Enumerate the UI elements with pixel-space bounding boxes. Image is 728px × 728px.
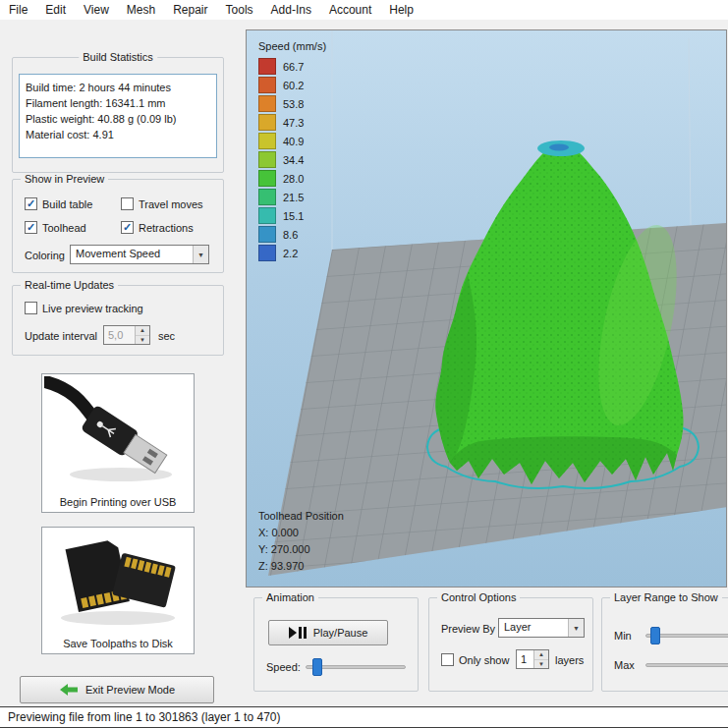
toolhead-position-readout: Toolhead Position X: 0.000 Y: 270.000 Z:…	[258, 508, 344, 575]
legend-row: 8.6	[258, 226, 326, 243]
plate-corner-pillar	[689, 38, 691, 225]
checkbox-build-table-box[interactable]: ✓	[25, 197, 37, 210]
model-top-cap-dot	[549, 144, 569, 151]
green-left-arrow-icon	[59, 683, 79, 697]
toolhead-z: Z: 93.970	[258, 558, 344, 575]
usb-cable-image	[44, 376, 192, 488]
layer-range-group: Layer Range to Show Min Max	[601, 597, 728, 692]
begin-printing-usb-label: Begin Printing over USB	[42, 496, 194, 508]
animation-title: Animation	[262, 591, 318, 603]
speed-slider[interactable]	[306, 665, 406, 669]
update-interval-unit: sec	[158, 330, 175, 342]
menu-item-tools[interactable]: Tools	[217, 0, 262, 20]
speed-slider-thumb[interactable]	[312, 658, 322, 676]
checkbox-retractions-box[interactable]: ✓	[121, 221, 134, 234]
checkbox-build-table[interactable]: ✓ Build table	[25, 197, 92, 210]
chevron-down-icon[interactable]: ▼	[568, 619, 584, 637]
control-options-title: Control Options	[437, 591, 520, 603]
checkbox-only-show-label: Only show	[459, 654, 509, 666]
menu-item-addins[interactable]: Add-Ins	[262, 0, 320, 20]
legend-value: 47.3	[283, 117, 304, 129]
coloring-label: Coloring	[25, 250, 65, 261]
legend-value: 8.6	[283, 229, 298, 241]
animation-group: Animation Play/Pause Speed:	[253, 597, 419, 692]
coloring-dropdown[interactable]: Movement Speed ▼	[70, 245, 209, 264]
only-show-layers-value: 1	[517, 650, 533, 668]
checkbox-toolhead[interactable]: ✓ Toolhead	[25, 221, 86, 234]
preview-by-value: Layer	[499, 619, 568, 637]
viewport-3d[interactable]: Speed (mm/s) 66.7 60.2 53.8 47.3 40.9 34…	[246, 29, 727, 588]
status-bar-text: Previewing file from line 1 to 301863 (l…	[8, 710, 280, 724]
legend-row: 15.1	[258, 207, 326, 224]
legend-color-swatch	[258, 226, 276, 243]
menu-bar: File Edit View Mesh Repair Tools Add-Ins…	[0, 0, 728, 20]
update-interval-spinner[interactable]: 5,0 ▲ ▼	[103, 325, 150, 345]
menu-item-repair[interactable]: Repair	[164, 0, 216, 20]
legend-row: 34.4	[258, 151, 326, 168]
save-toolpaths-disk-button[interactable]: Save Toolpaths to Disk	[41, 527, 195, 654]
exit-preview-mode-button[interactable]: Exit Preview Mode	[20, 676, 214, 703]
legend-color-swatch	[258, 58, 276, 75]
checkbox-live-preview-label: Live preview tracking	[42, 303, 143, 314]
spin-up-icon[interactable]: ▲	[534, 650, 548, 659]
legend-value: 60.2	[283, 80, 304, 91]
legend-value: 2.2	[283, 248, 298, 259]
menu-item-view[interactable]: View	[75, 0, 118, 20]
sd-cards-image	[44, 530, 192, 630]
checkbox-retractions-label: Retractions	[139, 222, 194, 234]
checkbox-travel-moves[interactable]: Travel moves	[121, 197, 203, 210]
only-show-layers-spinner[interactable]: 1 ▲ ▼	[516, 649, 549, 669]
legend-row: 21.5	[258, 189, 326, 205]
toolhead-x: X: 0.000	[258, 525, 344, 541]
legend-color-swatch	[258, 151, 276, 168]
toolhead-position-title: Toolhead Position	[258, 508, 344, 525]
legend-value: 66.7	[283, 61, 304, 73]
legend-color-swatch	[258, 133, 276, 149]
menu-item-account[interactable]: Account	[320, 0, 380, 20]
speed-legend-title: Speed (mm/s)	[258, 40, 326, 52]
update-interval-label: Update interval	[25, 330, 97, 342]
legend-row: 53.8	[258, 95, 326, 112]
build-statistics-box: Build time: 2 hours 44 minutes Filament …	[19, 74, 217, 158]
checkbox-toolhead-box[interactable]: ✓	[25, 221, 37, 234]
menu-item-mesh[interactable]: Mesh	[118, 0, 164, 20]
update-interval-spin-buttons: ▲ ▼	[135, 326, 149, 344]
realtime-updates-title: Real-time Updates	[21, 279, 118, 291]
legend-row: 66.7	[258, 58, 326, 75]
legend-row: 40.9	[258, 133, 326, 149]
begin-printing-usb-button[interactable]: Begin Printing over USB	[41, 373, 195, 513]
checkbox-only-show[interactable]: Only show	[441, 653, 509, 666]
min-slider-thumb[interactable]	[650, 627, 660, 644]
show-in-preview-group: Show in Preview ✓ Build table Travel mov…	[12, 179, 224, 273]
preview-by-dropdown[interactable]: Layer ▼	[498, 618, 585, 638]
menu-item-file[interactable]: File	[0, 0, 36, 20]
layers-label: layers	[555, 654, 584, 666]
checkbox-live-preview-box[interactable]	[25, 302, 37, 314]
legend-value: 53.8	[283, 98, 304, 110]
checkbox-build-table-label: Build table	[42, 198, 92, 210]
update-interval-value: 5,0	[104, 326, 135, 344]
layer-range-min-slider[interactable]	[645, 634, 728, 638]
toolhead-y: Y: 270.000	[258, 541, 344, 558]
menu-item-edit[interactable]: Edit	[36, 0, 75, 20]
legend-color-swatch	[258, 245, 276, 261]
checkbox-travel-moves-label: Travel moves	[139, 198, 203, 210]
play-pause-button[interactable]: Play/Pause	[268, 620, 388, 645]
layer-range-min-label: Min	[614, 630, 632, 642]
show-in-preview-title: Show in Preview	[21, 173, 108, 185]
legend-value: 40.9	[283, 136, 304, 147]
chevron-down-icon[interactable]: ▼	[193, 246, 208, 263]
spin-up-icon[interactable]: ▲	[136, 326, 149, 335]
legend-row: 60.2	[258, 77, 326, 93]
spin-down-icon[interactable]: ▼	[534, 659, 548, 669]
checkbox-retractions[interactable]: ✓ Retractions	[121, 221, 194, 234]
save-toolpaths-disk-label: Save Toolpaths to Disk	[42, 638, 194, 649]
menu-item-help[interactable]: Help	[380, 0, 422, 20]
checkbox-live-preview-tracking[interactable]: Live preview tracking	[25, 302, 143, 314]
layer-range-max-slider[interactable]	[645, 663, 728, 667]
legend-value: 15.1	[283, 210, 304, 222]
checkbox-travel-moves-box[interactable]	[121, 197, 134, 210]
checkbox-only-show-box[interactable]	[441, 653, 454, 666]
spin-down-icon[interactable]: ▼	[136, 335, 149, 345]
exit-preview-mode-label: Exit Preview Mode	[85, 684, 175, 696]
